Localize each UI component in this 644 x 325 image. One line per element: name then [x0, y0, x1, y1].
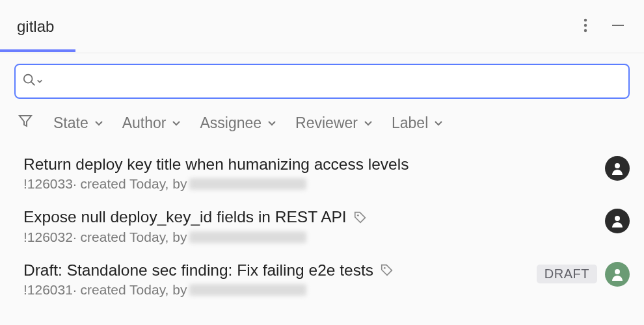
filter-assignee-label: Assignee	[200, 114, 262, 132]
funnel-icon	[18, 113, 33, 133]
tab-active-underline	[0, 49, 75, 52]
mr-meta-text: · created Today, by	[73, 176, 187, 192]
chevron-down-icon	[363, 118, 373, 128]
more-options-button[interactable]	[574, 15, 597, 38]
svg-marker-6	[20, 116, 31, 126]
labels-icon[interactable]	[353, 210, 368, 224]
mr-ref: !126031	[23, 282, 73, 298]
kebab-icon	[584, 18, 587, 35]
svg-point-1	[584, 23, 587, 26]
mr-meta: !126032 · created Today, by	[23, 229, 596, 245]
filter-reviewer[interactable]: Reviewer	[295, 114, 373, 132]
merge-request-row[interactable]: Draft: Standalone sec finding: Fix faili…	[0, 253, 644, 306]
mr-title[interactable]: Expose null deploy_key_id fields in REST…	[23, 207, 347, 226]
avatar[interactable]	[605, 156, 630, 181]
tab-label: gitlab	[17, 18, 54, 35]
search-icon	[22, 73, 36, 90]
filter-assignee[interactable]: Assignee	[200, 114, 277, 132]
mr-author-redacted	[189, 231, 306, 243]
svg-point-10	[384, 267, 386, 269]
svg-point-7	[615, 163, 620, 168]
svg-point-2	[584, 29, 587, 31]
mr-author-redacted	[189, 284, 306, 296]
mr-right	[605, 207, 630, 233]
mr-main: Expose null deploy_key_id fields in REST…	[23, 207, 596, 244]
filter-reviewer-label: Reviewer	[295, 114, 358, 132]
mr-title[interactable]: Return deploy key title when humanizing …	[23, 155, 409, 174]
filter-button[interactable]	[16, 113, 35, 133]
svg-point-8	[357, 214, 359, 216]
chevron-down-icon	[94, 118, 104, 128]
filter-state-label: State	[53, 114, 88, 132]
chevron-down-tiny-icon	[36, 75, 43, 87]
mr-main: Draft: Standalone sec finding: Fix faili…	[23, 261, 528, 298]
status-badge: DRAFT	[537, 265, 597, 283]
svg-rect-3	[612, 25, 624, 26]
mr-right: DRAFT	[537, 261, 630, 287]
svg-point-0	[584, 18, 587, 21]
tab-gitlab[interactable]: gitlab	[13, 2, 58, 51]
svg-line-5	[31, 82, 34, 85]
filter-bar: State Author Assignee R	[0, 105, 644, 140]
svg-point-4	[24, 75, 33, 83]
filter-state[interactable]: State	[53, 114, 104, 132]
merge-request-row[interactable]: Expose null deploy_key_id fields in REST…	[0, 200, 644, 252]
app-root: gitlab	[0, 0, 644, 325]
mr-ref: !126033	[23, 176, 73, 192]
minimize-icon	[611, 18, 625, 35]
mr-meta: !126031 · created Today, by	[23, 282, 528, 298]
labels-icon[interactable]	[380, 263, 394, 277]
search-input[interactable]	[48, 65, 622, 98]
chevron-down-icon	[267, 118, 277, 128]
tab-bar: gitlab	[0, 0, 644, 53]
mr-author-redacted	[189, 178, 306, 190]
mr-title-line: Return deploy key title when humanizing …	[23, 155, 596, 174]
filter-label[interactable]: Label	[392, 114, 444, 132]
mr-meta-text: · created Today, by	[73, 282, 187, 298]
mr-right	[605, 155, 630, 181]
search-dropdown-button[interactable]	[22, 73, 43, 90]
mr-main: Return deploy key title when humanizing …	[23, 155, 596, 192]
chevron-down-icon	[433, 118, 444, 128]
avatar[interactable]	[605, 262, 630, 287]
avatar[interactable]	[605, 209, 630, 233]
mr-ref: !126032	[23, 229, 73, 245]
filter-author[interactable]: Author	[122, 114, 182, 132]
svg-point-9	[615, 216, 620, 221]
search-box[interactable]	[14, 64, 630, 99]
mr-title[interactable]: Draft: Standalone sec finding: Fix faili…	[23, 261, 373, 280]
filter-label-label: Label	[392, 114, 428, 132]
svg-point-11	[615, 269, 620, 274]
merge-request-list: Return deploy key title when humanizing …	[0, 140, 644, 306]
filter-author-label: Author	[122, 114, 167, 132]
mr-title-line: Draft: Standalone sec finding: Fix faili…	[23, 261, 528, 280]
search-section	[0, 53, 644, 105]
mr-title-line: Expose null deploy_key_id fields in REST…	[23, 207, 596, 226]
chevron-down-icon	[171, 118, 181, 128]
merge-request-row[interactable]: Return deploy key title when humanizing …	[0, 147, 644, 200]
mr-meta-text: · created Today, by	[73, 229, 187, 245]
minimize-button[interactable]	[606, 15, 630, 38]
mr-meta: !126033 · created Today, by	[23, 176, 596, 192]
